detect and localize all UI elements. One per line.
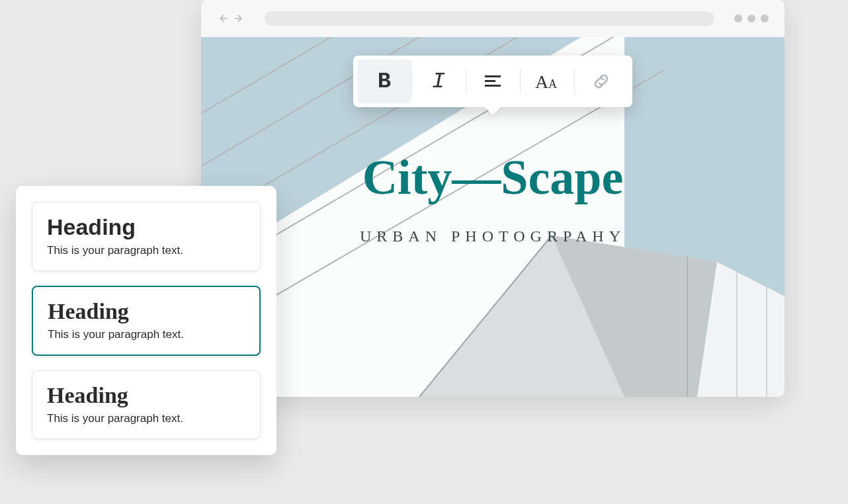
bold-icon: B	[378, 69, 391, 94]
font-option-heading: Heading	[47, 214, 245, 240]
window-dot-icon	[761, 15, 769, 22]
nav-back-button[interactable]	[217, 13, 229, 24]
browser-chrome-bar	[201, 0, 784, 37]
italic-button[interactable]: I	[411, 60, 466, 103]
browser-window: B I A A	[201, 0, 784, 397]
hero-title[interactable]: City—Scape	[201, 149, 784, 206]
align-button[interactable]	[466, 60, 520, 103]
font-option-heading: Heading	[48, 299, 245, 324]
font-size-button[interactable]: A A	[520, 60, 574, 103]
italic-icon: I	[432, 69, 445, 94]
font-option-card[interactable]: Heading This is your paragraph text.	[32, 370, 261, 439]
text-format-toolbar: B I A A	[353, 56, 632, 107]
font-option-paragraph: This is your paragraph text.	[47, 244, 245, 257]
svg-text:A: A	[548, 77, 557, 91]
font-option-paragraph: This is your paragraph text.	[48, 328, 245, 341]
nav-arrows	[217, 13, 245, 24]
svg-rect-14	[485, 75, 501, 77]
svg-text:A: A	[535, 71, 549, 92]
font-option-card[interactable]: Heading This is your paragraph text.	[32, 202, 261, 271]
svg-rect-16	[485, 85, 501, 87]
font-option-paragraph: This is your paragraph text.	[47, 412, 245, 425]
nav-forward-button[interactable]	[233, 13, 245, 24]
link-icon	[591, 71, 612, 92]
browser-content: B I A A	[201, 37, 784, 397]
font-option-heading: Heading	[47, 383, 245, 408]
window-dot-icon	[734, 15, 742, 22]
window-dots	[734, 15, 769, 22]
font-style-picker: Heading This is your paragraph text. Hea…	[16, 186, 276, 455]
hero-subtitle[interactable]: URBAN PHOTOGRPAHY	[201, 228, 784, 245]
svg-rect-15	[485, 80, 495, 82]
arrow-left-icon	[217, 13, 229, 24]
font-size-icon: A A	[533, 71, 561, 92]
align-left-icon	[482, 71, 503, 92]
window-dot-icon	[747, 15, 755, 22]
bold-button[interactable]: B	[357, 60, 411, 103]
arrow-right-icon	[233, 13, 245, 24]
url-bar[interactable]	[265, 11, 714, 26]
link-button[interactable]	[574, 60, 628, 103]
font-option-card[interactable]: Heading This is your paragraph text.	[32, 286, 261, 356]
